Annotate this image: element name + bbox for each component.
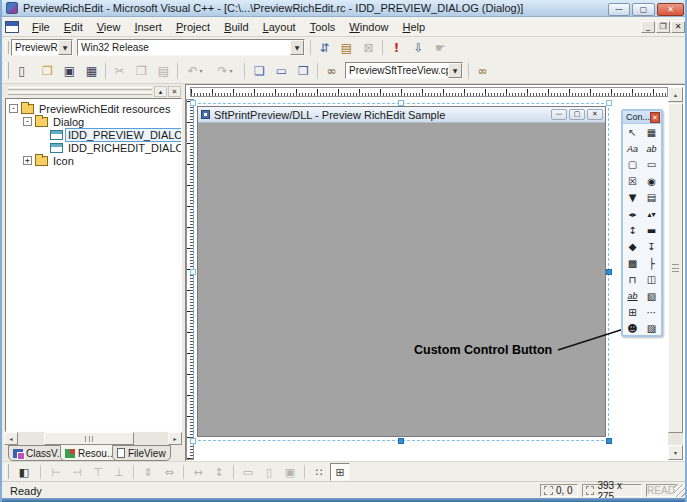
open-button[interactable]: ❐	[37, 61, 58, 80]
tree-item-idd-richedit-dialog[interactable]: IDD_RICHEDIT_DIALOG	[6, 141, 182, 154]
menu-edit[interactable]: Edit	[57, 19, 90, 35]
workspace-toggle-button[interactable]: ❏	[249, 61, 270, 80]
tool-progress[interactable]: ▬	[642, 222, 661, 238]
mdi-close-button[interactable]: ✕	[671, 21, 685, 33]
collapse-icon[interactable]: -	[23, 117, 32, 126]
align-top-button[interactable]: ⊤	[88, 463, 108, 481]
close-button[interactable]: ✕	[657, 3, 684, 16]
toolbox-titlebar[interactable]: Con... ✕	[623, 111, 661, 124]
handle-bottom-right[interactable]	[606, 438, 612, 444]
tool-slider[interactable]: ◆	[623, 239, 642, 255]
tool-animate[interactable]: ◫	[642, 272, 661, 288]
paste-button[interactable]: ▤	[153, 61, 174, 80]
menu-view[interactable]: View	[90, 19, 128, 35]
scroll-right-icon[interactable]: ▸	[168, 432, 182, 445]
tool-list-box[interactable]: ▤	[642, 190, 661, 206]
mdi-minimize-button[interactable]: _	[641, 21, 655, 33]
tree-item-idd-preview-dialog[interactable]: IDD_PREVIEW_DIALOG	[6, 128, 182, 141]
menu-project[interactable]: Project	[169, 19, 217, 35]
tool-date-time-picker[interactable]: ▧	[642, 288, 661, 304]
maximize-button[interactable]: ▢	[632, 3, 655, 16]
handle-bottom-center[interactable]	[398, 438, 404, 444]
panel-gripper[interactable]	[8, 92, 152, 95]
tool-radio-button[interactable]: ◉	[642, 173, 661, 189]
tool-horizontal-scroll-bar[interactable]: ◂▸	[623, 206, 642, 222]
collapse-icon[interactable]: -	[9, 104, 18, 113]
chevron-down-icon[interactable]: ▼	[448, 63, 462, 78]
project-combo[interactable]: PreviewRichEdit ▼	[11, 39, 73, 56]
toolbar-gripper[interactable]	[5, 41, 9, 54]
menu-file[interactable]: File	[25, 19, 57, 35]
panel-gripper[interactable]	[8, 87, 152, 90]
tool-picture[interactable]: ▦	[642, 124, 661, 140]
tree-item-icon-folder[interactable]: + Icon	[6, 154, 76, 167]
center-vertical-button[interactable]: ⇕	[138, 463, 158, 481]
menu-insert[interactable]: Insert	[127, 19, 169, 35]
dialog-design-surface[interactable]	[198, 123, 605, 436]
expand-icon[interactable]: +	[23, 156, 32, 165]
tool-list-control[interactable]: ▩	[623, 255, 642, 271]
handle-middle-left[interactable]	[190, 269, 196, 275]
tool-select[interactable]: ↖	[623, 124, 642, 140]
same-width-button[interactable]: ▭	[238, 463, 258, 481]
tool-month-calendar[interactable]: ⊞	[623, 304, 642, 320]
tool-tree-control[interactable]: ├	[642, 255, 661, 271]
handle-bottom-left[interactable]	[190, 438, 196, 444]
space-down-button[interactable]: ↕	[209, 463, 229, 481]
align-left-button[interactable]: ⊢	[46, 463, 66, 481]
stop-build-button[interactable]: ⊠	[358, 38, 379, 57]
tree-item-resources[interactable]: - PreviewRichEdit resources	[6, 102, 172, 115]
handle-top-center[interactable]	[398, 100, 404, 106]
menu-help[interactable]: Help	[396, 19, 433, 35]
output-toggle-button[interactable]: ▭	[271, 61, 292, 80]
designed-dialog[interactable]: SftPrintPreview/DLL - Preview RichEdit S…	[197, 106, 606, 437]
tool-check-box[interactable]: ☒	[623, 173, 642, 189]
menu-layout[interactable]: Layout	[256, 19, 303, 35]
new-file-button[interactable]: ▯	[11, 61, 32, 80]
go-button[interactable]: ⇩	[408, 38, 429, 57]
chevron-down-icon[interactable]: ▾	[230, 67, 233, 74]
find-in-files-button[interactable]: ∞	[321, 61, 342, 80]
resize-grip[interactable]	[674, 484, 687, 497]
tool-static-text[interactable]: Aa	[623, 140, 642, 156]
scroll-down-icon[interactable]: ▾	[668, 445, 683, 460]
toolbar-gripper[interactable]	[5, 464, 9, 479]
configuration-combo[interactable]: Win32 Release ▼	[77, 39, 305, 56]
handle-top-right[interactable]	[606, 100, 612, 106]
mdi-document-icon[interactable]	[5, 21, 19, 33]
save-all-button[interactable]: ▦	[81, 61, 102, 80]
redo-button[interactable]: ↷▾	[212, 61, 238, 80]
toolbar-gripper[interactable]	[5, 62, 9, 79]
search-button[interactable]: ∞	[472, 61, 493, 80]
chevron-down-icon[interactable]: ▾	[200, 67, 203, 74]
dock-toggle-button[interactable]: ▴	[154, 86, 167, 97]
tool-ip-address[interactable]: ⋯	[642, 304, 661, 320]
title-bar[interactable]: PreviewRichEdit - Microsoft Visual C++ -…	[2, 0, 687, 17]
tool-rich-edit[interactable]: ab	[623, 288, 642, 304]
execute-program-button[interactable]: !	[386, 38, 407, 57]
scrollbar-thumb[interactable]	[44, 432, 134, 445]
align-bottom-button[interactable]: ⊥	[109, 463, 129, 481]
mdi-restore-button[interactable]: ❐	[656, 21, 670, 33]
center-horizontal-button[interactable]: ⇔	[159, 463, 179, 481]
undo-button[interactable]: ↶▾	[182, 61, 208, 80]
chevron-down-icon[interactable]: ▼	[290, 40, 304, 55]
chevron-down-icon[interactable]: ▼	[58, 40, 72, 55]
compile-button[interactable]: ⇵	[314, 38, 335, 57]
copy-button[interactable]: ❐	[131, 61, 152, 80]
test-dialog-button[interactable]: ◧	[14, 463, 34, 481]
window-list-button[interactable]: ❒	[293, 61, 314, 80]
tool-custom-control[interactable]: ☻	[623, 321, 642, 337]
tool-hot-key[interactable]: ↧	[642, 239, 661, 255]
scroll-left-icon[interactable]: ◂	[4, 432, 18, 445]
scrollbar-thumb[interactable]	[668, 103, 683, 433]
tool-vertical-scroll-bar[interactable]: ▴▾	[642, 206, 661, 222]
tree-item-dialog-folder[interactable]: - Dialog	[6, 115, 86, 128]
toggle-guides-button[interactable]: ⊞	[330, 463, 350, 481]
breakpoint-button[interactable]: ☛	[430, 38, 451, 57]
space-across-button[interactable]: ↔	[188, 463, 208, 481]
toggle-grid-button[interactable]: ∷	[309, 463, 329, 481]
tool-edit-box[interactable]: ab	[642, 140, 661, 156]
menu-tools[interactable]: Tools	[303, 19, 343, 35]
panel-close-button[interactable]: ✕	[168, 86, 181, 97]
